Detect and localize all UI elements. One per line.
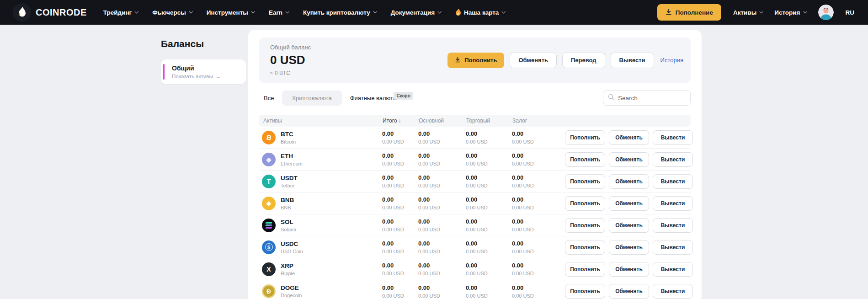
row-exchange-button[interactable]: Обменять <box>609 152 649 167</box>
history-link[interactable]: История <box>660 57 683 64</box>
nav-item-earn[interactable]: Earn <box>269 9 288 16</box>
trading-cell: 0.000.00 USD <box>466 218 512 232</box>
row-deposit-button[interactable]: Пополнить <box>565 240 605 255</box>
row-actions: ПополнитьОбменятьВывести <box>565 284 693 299</box>
sort-desc-icon: ↓ <box>398 117 401 124</box>
col-collateral: Залог <box>512 117 565 124</box>
table-row: ÐDOGEDogecoin0.000.00 USD0.000.00 USD0.0… <box>259 280 691 299</box>
nav-item-trading[interactable]: Трейдинг <box>103 9 138 16</box>
row-withdraw-button[interactable]: Вывести <box>653 284 693 299</box>
sidebar-item-total[interactable]: Общий Показать активы → <box>161 59 246 84</box>
row-exchange-button[interactable]: Обменять <box>609 262 649 277</box>
table-row: TUSDTTether0.000.00 USD0.000.00 USD0.000… <box>259 171 691 192</box>
nav-item-futures[interactable]: Фьючерсы <box>152 9 192 16</box>
row-withdraw-button[interactable]: Вывести <box>653 130 693 145</box>
total-cell: 0.000.00 USD <box>382 130 418 144</box>
row-withdraw-button[interactable]: Вывести <box>653 152 693 167</box>
row-exchange-button[interactable]: Обменять <box>609 284 649 299</box>
main-cell: 0.000.00 USD <box>418 152 466 166</box>
total-cell: 0.000.00 USD <box>382 262 418 276</box>
asset-name: BNB <box>281 205 294 210</box>
top-navbar: COINRODE Трейдинг Фьючерсы Инструменты E… <box>0 0 868 25</box>
total-balance-label: Общий баланс <box>270 44 311 51</box>
nav-item-tools[interactable]: Инструменты <box>207 9 254 16</box>
row-deposit-button[interactable]: Пополнить <box>565 262 605 277</box>
usdt-coin-icon: T <box>262 175 276 188</box>
sol-coin-icon <box>262 219 276 232</box>
trading-cell: 0.000.00 USD <box>466 240 512 254</box>
locale-switcher[interactable]: RU <box>846 9 855 16</box>
collateral-cell: 0.000.00 USD <box>512 262 565 276</box>
row-actions: ПополнитьОбменятьВывести <box>565 130 693 145</box>
brand[interactable]: COINRODE <box>13 3 87 21</box>
asset-cell: ÐDOGEDogecoin <box>259 284 382 298</box>
assets-table-header: Активы Итого↓ Основной Торговый Залог <box>259 115 691 127</box>
total-balance-approx: ≈ 0 BTC <box>270 70 311 76</box>
sidebar-item-label: Общий <box>172 64 240 72</box>
row-deposit-button[interactable]: Пополнить <box>565 284 605 299</box>
exchange-action-button[interactable]: Обменять <box>510 53 557 68</box>
asset-symbol: USDT <box>281 175 298 182</box>
row-deposit-button[interactable]: Пополнить <box>565 130 605 145</box>
search-input[interactable] <box>618 95 686 101</box>
collateral-cell: 0.000.00 USD <box>512 130 565 144</box>
chevron-down-icon <box>502 10 506 13</box>
asset-cell: ◆BNBBNB <box>259 197 382 210</box>
sol-icon <box>266 222 272 229</box>
transfer-action-button[interactable]: Перевод <box>562 53 605 68</box>
row-withdraw-button[interactable]: Вывести <box>653 240 693 255</box>
chevron-down-icon <box>373 10 377 13</box>
row-deposit-button[interactable]: Пополнить <box>565 196 605 211</box>
row-exchange-button[interactable]: Обменять <box>609 240 649 255</box>
main-cell: 0.000.00 USD <box>418 218 466 232</box>
balances-main-card: Общий баланс 0 USD ≈ 0 BTC Пополнить Обм… <box>248 30 702 299</box>
col-trading: Торговый <box>466 117 512 124</box>
nav-item-our-card[interactable]: Наша карта <box>455 9 505 16</box>
total-balance-amount: 0 USD <box>270 53 311 67</box>
deposit-action-button[interactable]: Пополнить <box>447 53 504 68</box>
deposit-button[interactable]: Пополнение <box>657 4 721 21</box>
row-withdraw-button[interactable]: Вывести <box>653 218 693 233</box>
asset-cell: TUSDTTether <box>259 175 382 188</box>
main-cell: 0.000.00 USD <box>418 240 466 254</box>
trading-cell: 0.000.00 USD <box>466 262 512 276</box>
col-assets: Активы <box>259 117 382 124</box>
tab-crypto[interactable]: Криптовалюта <box>282 91 341 106</box>
tab-fiat[interactable]: Фиатные валюты <box>346 91 398 105</box>
row-withdraw-button[interactable]: Вывести <box>653 174 693 189</box>
chevron-down-icon <box>251 10 255 13</box>
row-withdraw-button[interactable]: Вывести <box>653 262 693 277</box>
nav-item-docs[interactable]: Документация <box>391 9 441 16</box>
asset-name: Ethereum <box>281 161 303 166</box>
total-cell: 0.000.00 USD <box>382 284 418 299</box>
asset-cell: XXRPRipple <box>259 262 382 276</box>
row-deposit-button[interactable]: Пополнить <box>565 218 605 233</box>
row-exchange-button[interactable]: Обменять <box>609 174 649 189</box>
eth-coin-icon: ◆ <box>262 153 276 166</box>
balances-page: Балансы Общий Показать активы → Общий ба… <box>0 25 868 299</box>
main-nav: Трейдинг Фьючерсы Инструменты Earn Купит… <box>103 9 505 16</box>
usdc-icon: $ <box>265 243 273 251</box>
search-box <box>603 90 691 106</box>
row-exchange-button[interactable]: Обменять <box>609 196 649 211</box>
brand-name: COINRODE <box>36 7 87 18</box>
asset-symbol: USDC <box>281 240 303 247</box>
main-cell: 0.000.00 USD <box>418 130 466 144</box>
balances-sidebar: Балансы Общий Показать активы → <box>161 30 246 84</box>
asset-cell: ◆ETHEthereum <box>259 153 382 166</box>
row-deposit-button[interactable]: Пополнить <box>565 152 605 167</box>
nav-item-history[interactable]: История <box>774 9 806 16</box>
col-total-sortable[interactable]: Итого↓ <box>382 117 418 124</box>
tab-all[interactable]: Все <box>259 91 278 105</box>
avatar[interactable] <box>818 5 834 20</box>
row-withdraw-button[interactable]: Вывести <box>653 196 693 211</box>
row-exchange-button[interactable]: Обменять <box>609 218 649 233</box>
nav-item-assets[interactable]: Активы <box>733 9 762 16</box>
nav-item-buy-crypto[interactable]: Купить криптовалюту <box>303 9 376 16</box>
row-exchange-button[interactable]: Обменять <box>609 130 649 145</box>
total-cell: 0.000.00 USD <box>382 218 418 232</box>
withdraw-action-button[interactable]: Вывести <box>611 53 654 68</box>
main-cell: 0.000.00 USD <box>418 196 466 210</box>
row-actions: ПополнитьОбменятьВывести <box>565 262 693 277</box>
row-deposit-button[interactable]: Пополнить <box>565 174 605 189</box>
